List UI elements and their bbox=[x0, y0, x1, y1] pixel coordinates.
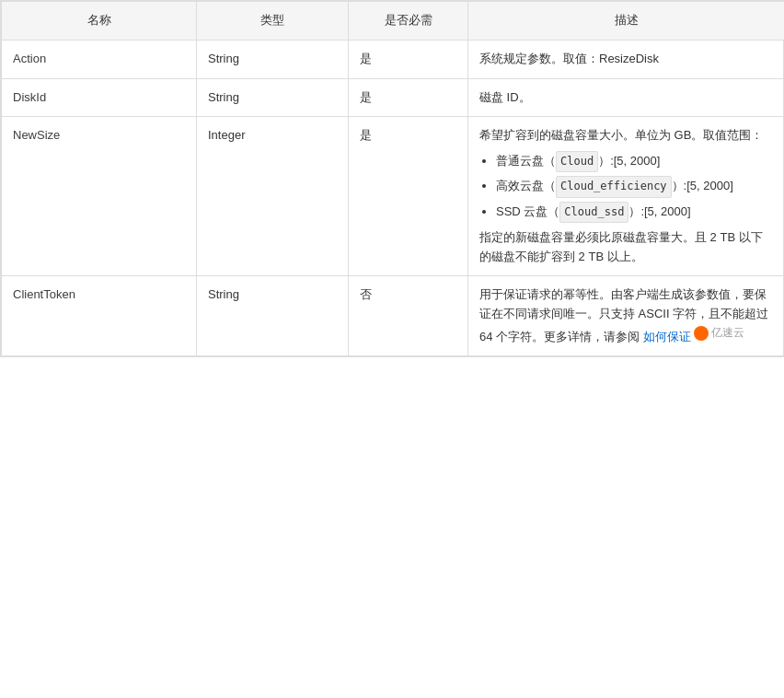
row-diskid-desc: 磁盘 ID。 bbox=[468, 78, 785, 117]
item1-code: Cloud bbox=[556, 151, 598, 172]
row-newsize-name: NewSize bbox=[2, 117, 197, 276]
item2-code: Cloud_efficiency bbox=[556, 176, 672, 197]
row-newsize-desc: 希望扩容到的磁盘容量大小。单位为 GB。取值范围： 普通云盘（Cloud）:[5… bbox=[468, 117, 785, 276]
logo-area: 亿速云 bbox=[694, 324, 744, 342]
col-header-name: 名称 bbox=[2, 2, 197, 41]
row-diskid-required: 是 bbox=[349, 78, 468, 117]
newsize-intro: 希望扩容到的磁盘容量大小。单位为 GB。取值范围： bbox=[479, 128, 763, 142]
row-diskid-name: DiskId bbox=[2, 78, 197, 117]
table-row: DiskId String 是 磁盘 ID。 bbox=[2, 78, 785, 117]
newsize-footer: 指定的新磁盘容量必须比原磁盘容量大。且 2 TB 以下的磁盘不能扩容到 2 TB… bbox=[479, 230, 763, 263]
row-diskid-type: String bbox=[197, 78, 349, 117]
list-item: 普通云盘（Cloud）:[5, 2000] bbox=[496, 151, 774, 172]
row-clienttoken-required: 否 bbox=[349, 276, 468, 356]
table-row: NewSize Integer 是 希望扩容到的磁盘容量大小。单位为 GB。取值… bbox=[2, 117, 785, 276]
table-row: ClientToken String 否 用于保证请求的幂等性。由客户端生成该参… bbox=[2, 276, 785, 356]
row-newsize-required: 是 bbox=[349, 117, 468, 276]
row-action-type: String bbox=[197, 40, 349, 78]
table-row: Action String 是 系统规定参数。取值：ResizeDisk bbox=[2, 40, 785, 78]
item2-label: 高效云盘（Cloud_efficiency）:[5, 2000] bbox=[496, 179, 733, 192]
row-action-name: Action bbox=[2, 40, 197, 78]
row-clienttoken-name: ClientToken bbox=[2, 276, 197, 356]
item3-code: Cloud_ssd bbox=[559, 202, 628, 223]
item3-label: SSD 云盘（Cloud_ssd）:[5, 2000] bbox=[496, 204, 691, 218]
row-action-required: 是 bbox=[349, 40, 468, 78]
row-clienttoken-type: String bbox=[197, 276, 349, 356]
api-params-table: 名称 类型 是否必需 描述 Action String 是 系统规定参数。取值：… bbox=[0, 0, 784, 357]
row-clienttoken-desc: 用于保证请求的幂等性。由客户端生成该参数值，要保证在不同请求间唯一。只支持 AS… bbox=[468, 276, 785, 356]
item1-label: 普通云盘（Cloud）:[5, 2000] bbox=[496, 154, 660, 168]
logo-icon bbox=[694, 326, 709, 341]
col-header-type: 类型 bbox=[197, 2, 349, 41]
table-header-row: 名称 类型 是否必需 描述 bbox=[2, 2, 785, 41]
row-action-desc: 系统规定参数。取值：ResizeDisk bbox=[468, 40, 785, 78]
list-item: SSD 云盘（Cloud_ssd）:[5, 2000] bbox=[496, 202, 774, 223]
logo-text: 亿速云 bbox=[711, 324, 744, 342]
clienttoken-link[interactable]: 如何保证 bbox=[643, 330, 691, 343]
col-header-required: 是否必需 bbox=[349, 2, 468, 41]
list-item: 高效云盘（Cloud_efficiency）:[5, 2000] bbox=[496, 176, 774, 197]
row-newsize-type: Integer bbox=[197, 117, 349, 276]
newsize-list: 普通云盘（Cloud）:[5, 2000] 高效云盘（Cloud_efficie… bbox=[479, 151, 774, 223]
col-header-desc: 描述 bbox=[468, 2, 785, 41]
